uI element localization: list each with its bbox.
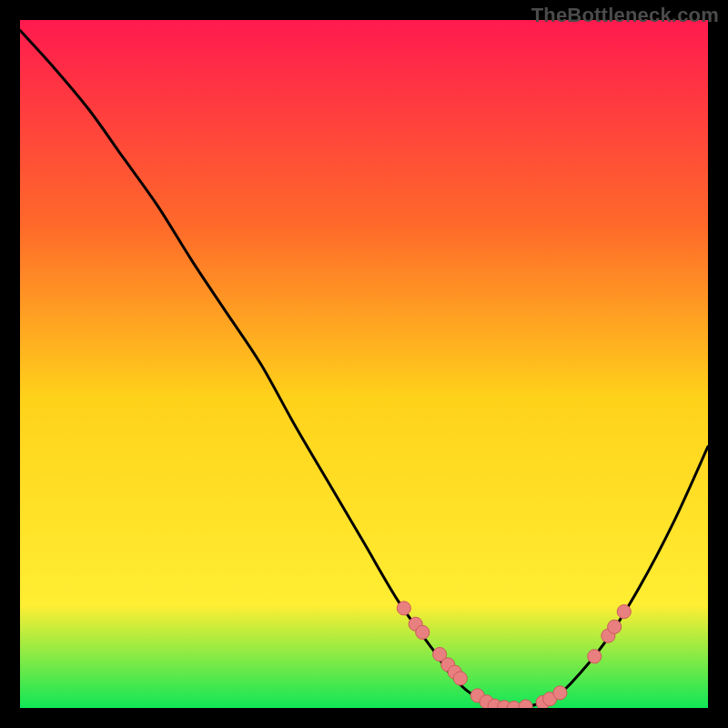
curve-dot [453, 672, 467, 685]
curve-dot [608, 620, 622, 633]
curve-dot [397, 602, 410, 615]
watermark-text: TheBottleneck.com [531, 4, 719, 27]
plot-area [20, 20, 708, 708]
curve-dot [553, 686, 567, 700]
curve-dot [617, 605, 631, 619]
gradient-background [20, 20, 708, 708]
chart-container: TheBottleneck.com [0, 0, 728, 728]
curve-dot [416, 625, 430, 639]
bottleneck-curve-chart [20, 20, 708, 708]
curve-dot [588, 650, 602, 663]
